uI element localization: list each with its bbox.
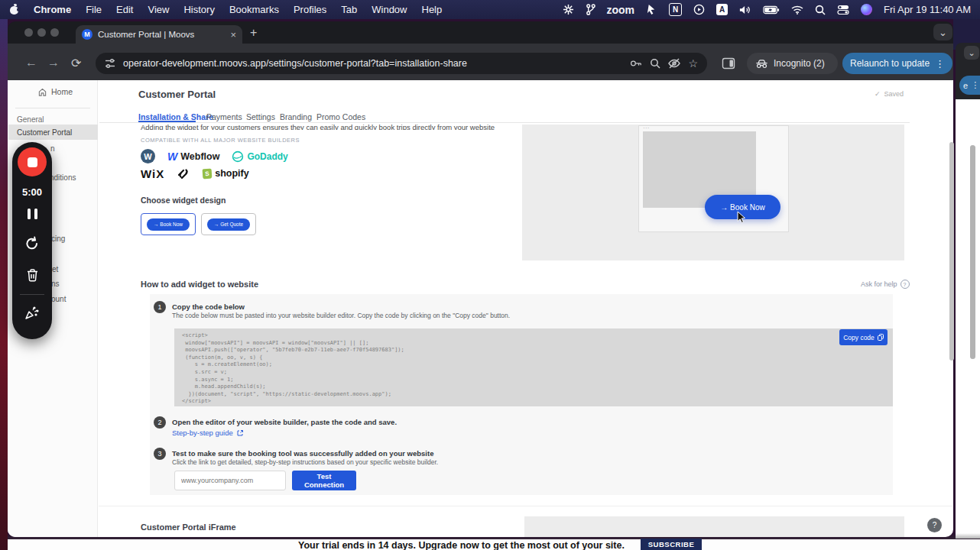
apple-menu[interactable] [9, 4, 19, 15]
sidebar-item-home[interactable]: Home [38, 87, 73, 96]
play-circle-icon[interactable] [693, 4, 705, 15]
trial-banner-text: Your trial ends in 14 days. Upgrade now … [298, 540, 625, 550]
menu-edit[interactable]: Edit [116, 4, 133, 15]
menu-bar: Chrome File Edit View History Bookmarks … [0, 0, 980, 19]
menu-file[interactable]: File [86, 4, 102, 15]
menu-clock[interactable]: Fri Apr 19 11:40 AM [884, 4, 971, 15]
sidebar-item-customer-portal[interactable]: Customer Portal [8, 125, 98, 140]
volume-icon[interactable] [739, 5, 751, 15]
active-tab-underline [138, 121, 196, 122]
tab-promo-codes[interactable]: Promo Codes [316, 112, 365, 121]
relaunch-to-update-button[interactable]: Relaunch to update ⋮ [842, 53, 952, 74]
step-by-step-guide-link[interactable]: Step-by-step guide [172, 429, 243, 437]
sidebar-divider [15, 108, 90, 108]
background-window-tab-chevron[interactable]: ⌄ [964, 46, 979, 60]
book-now-pill: → Book Now [147, 218, 190, 231]
window-zoom-button[interactable] [50, 28, 59, 37]
sidebar-item-occluded-1[interactable]: n [50, 144, 55, 153]
sidebar-item-occluded-3[interactable]: cing [51, 235, 65, 243]
menu-view[interactable]: View [148, 4, 169, 15]
tab-search-chevron-button[interactable]: ⌄ [933, 24, 952, 40]
branch-icon[interactable] [586, 4, 595, 15]
zoom-search-icon[interactable] [650, 58, 660, 69]
wix-logo: WiX [141, 167, 164, 180]
howto-title: How to add widget to website [141, 280, 258, 289]
background-window-page [956, 99, 980, 539]
cursor-app-icon[interactable] [646, 4, 657, 15]
background-window-relaunch-partial[interactable]: e ⋮ [959, 76, 980, 95]
window-minimize-button[interactable] [37, 28, 46, 37]
copy-code-button[interactable]: Copy code [839, 329, 888, 345]
restart-recording-button[interactable] [24, 236, 40, 251]
menu-history[interactable]: History [183, 4, 214, 15]
menu-help[interactable]: Help [422, 4, 443, 15]
godaddy-icon [232, 150, 244, 163]
reload-button[interactable]: ⟳ [71, 56, 81, 70]
wifi-icon[interactable] [791, 5, 803, 15]
widget-design-option-get-quote[interactable]: → Get Quote [201, 213, 256, 235]
step-1-desc: The code below must be pasted into your … [172, 312, 510, 319]
tab-branding[interactable]: Branding [280, 112, 312, 121]
code-block: <script> window["moovsAPI"] = moovsAPI =… [174, 328, 893, 406]
window-close-button[interactable] [24, 28, 33, 37]
trash-icon [26, 268, 39, 282]
menu-chrome[interactable]: Chrome [34, 4, 71, 15]
copy-icon [878, 334, 884, 341]
widget-design-option-book-now[interactable]: → Book Now [141, 213, 196, 235]
tune-icon[interactable] [105, 58, 115, 69]
battery-icon[interactable] [763, 5, 780, 15]
back-button[interactable]: ← [25, 56, 37, 70]
test-connection-button[interactable]: Test Connection [292, 471, 356, 490]
page-scrollbar-thumb[interactable] [949, 142, 954, 361]
relaunch-partial-text: e [963, 81, 968, 90]
confetti-icon [24, 304, 41, 321]
user-switch-icon[interactable] [837, 5, 849, 15]
new-tab-button[interactable]: + [250, 26, 257, 40]
ask-for-help-link[interactable]: Ask for help ? [861, 280, 910, 289]
step-2-title: Open the editor of your website builder,… [172, 418, 397, 426]
settings-flower-icon[interactable] [563, 4, 574, 15]
forward-button[interactable]: → [47, 56, 60, 70]
spotlight-search-icon[interactable] [815, 5, 826, 15]
tab-title: Customer Portal | Moovs [98, 30, 225, 39]
side-panel-icon[interactable] [722, 57, 735, 70]
stop-recording-button[interactable] [18, 147, 47, 176]
notion-icon[interactable]: N [669, 3, 682, 16]
browser-tab[interactable]: M Customer Portal | Moovs × [76, 25, 242, 44]
wordpress-icon: W [141, 149, 155, 163]
help-fab[interactable]: ? [927, 518, 942, 532]
sidebar-item-general[interactable]: General [17, 115, 44, 124]
a-app-icon[interactable]: A [716, 4, 728, 15]
tab-settings[interactable]: Settings [246, 112, 275, 121]
recorder-divider [20, 294, 44, 295]
subscribe-button[interactable]: SUBSCRIBE [641, 539, 702, 550]
zoom-menu-item[interactable]: zoom [607, 4, 635, 16]
tab-payments[interactable]: Payments [206, 112, 242, 121]
background-window-scrollbar[interactable] [970, 145, 975, 359]
menu-window[interactable]: Window [372, 4, 407, 15]
pause-recording-button[interactable] [28, 209, 37, 219]
siri-icon[interactable] [861, 4, 872, 15]
check-icon: ✓ [875, 90, 881, 98]
kebab-icon[interactable]: ⋮ [935, 58, 945, 70]
eye-off-icon[interactable] [668, 58, 680, 69]
password-key-icon[interactable] [630, 58, 642, 69]
sidebar-home-label: Home [51, 87, 73, 96]
builder-logos-row-2: WiX S shopify [141, 167, 249, 180]
sidebar-item-occluded-2[interactable]: nditions [50, 173, 76, 182]
incognito-badge[interactable]: Incognito (2) [747, 53, 838, 74]
sidebar-item-occluded-4[interactable]: et [52, 265, 58, 273]
address-bar[interactable]: operator-development.moovs.app/settings/… [96, 53, 707, 74]
screen-recorder-toolbar: 5:00 [12, 142, 52, 339]
step-3-title: Test to make sure the booking tool was s… [172, 449, 433, 458]
tab-close-icon[interactable]: × [230, 29, 236, 40]
menu-tab[interactable]: Tab [341, 4, 357, 15]
menu-profiles[interactable]: Profiles [294, 4, 326, 15]
effects-button[interactable] [24, 304, 41, 321]
bookmark-star-icon[interactable]: ☆ [688, 57, 698, 70]
menu-bookmarks[interactable]: Bookmarks [229, 4, 279, 15]
url-text[interactable]: operator-development.moovs.app/settings/… [123, 58, 622, 69]
website-url-input[interactable] [174, 471, 286, 490]
sidebar-item-occluded-5[interactable]: ns [51, 280, 60, 288]
delete-recording-button[interactable] [26, 268, 39, 282]
